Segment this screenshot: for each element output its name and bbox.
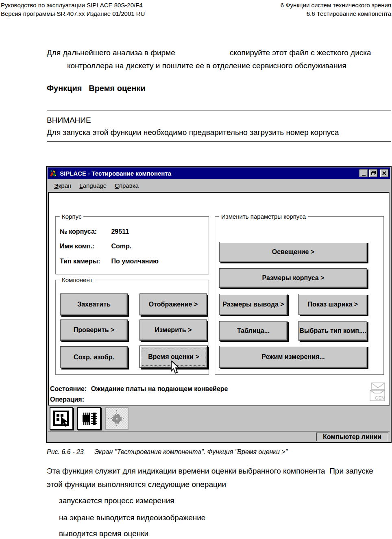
figure-caption-text: Экран "Тестирование компонента". Функция… [94,448,287,456]
page-header-right: 6 Функции систем технического зрения 6.6… [281,1,391,18]
close-button[interactable] [380,169,389,177]
capture-button[interactable]: Захватить [60,293,128,315]
korpus-number-row: № корпуса: 29511 [60,228,129,235]
manual-page: Руководство по эксплуатации SIPLACE 80S-… [0,0,392,539]
camera-type-label: Тип камеры: [60,258,109,265]
menu-ekran[interactable]: Экран [50,181,75,190]
minimize-button[interactable] [359,169,368,177]
minimize-icon [362,175,366,176]
state-value: Ожидание платы на подающем конвейере [91,385,228,392]
line-computer-panel: Компьютер линии [316,433,388,441]
close-icon [382,171,387,175]
intro-line1-left: Для дальнейшего анализа в фирме [47,48,175,57]
list-item: запускается процесс измерения [59,496,174,505]
component-group-label: Компонент [60,276,95,283]
table-button[interactable]: Таблица... [219,321,287,341]
header-title: Руководство по эксплуатации SIPLACE 80S-… [1,1,145,9]
mouse-cursor-icon [170,361,181,375]
figure-caption-label: Рис. 6.6 - 23 [47,448,84,456]
component-groupbox: Компонент Захватить Отображение > Провер… [55,280,209,375]
intro-line2: контроллера на дискету и пошлите ее в от… [67,61,346,70]
siplace-dialog-window: SIPLACE - Тестирование компонента Экран … [46,166,392,443]
menu-spravka[interactable]: Справка [111,181,143,190]
client-area: Корпус № корпуса: 29511 Имя комп.: Comp.… [48,192,390,406]
components-icon [81,410,98,427]
select-comp-type-button[interactable]: Выбрать тип комп.... [298,321,367,341]
header-section: 6.6 Тестирование компонента [281,9,391,18]
toolbar [48,406,390,431]
lighting-button[interactable]: Освещение > [219,242,367,262]
svg-text:GEM: GEM [375,396,385,400]
check-button[interactable]: Проверить > [60,319,128,341]
state-label: Состояние: [50,385,87,392]
operation-label: Операция: [50,396,84,403]
display-button[interactable]: Отображение > [139,293,207,315]
app-icon [49,169,57,178]
warning-rule-bottom [47,141,391,142]
header-chapter: 6 Функции систем технического зрения [281,1,391,9]
component-name-row: Имя комп.: Comp. [60,243,131,250]
params-group-label: Изменить параметры корпуса [219,213,308,220]
list-item: на экране выводится видеоизображение [59,513,205,522]
params-groupbox: Изменить параметры корпуса Освещение > Р… [215,216,384,375]
components-button[interactable] [77,407,101,430]
korpus-number-value: 29511 [111,228,129,235]
select-component-button[interactable] [50,407,73,430]
restore-icon [371,171,376,176]
korpus-groupbox: Корпус № корпуса: 29511 Имя комп.: Comp.… [55,216,209,274]
ball-display-button[interactable]: Показ шарика > [298,294,367,315]
korpus-dimensions-button[interactable]: Размеры корпуса > [219,268,367,288]
list-item: выводится время оценки [59,529,148,538]
measure-position-button [105,407,128,430]
measure-mode-button[interactable]: Режим измерения... [219,346,367,368]
gem-envelope-icon: GEM [369,382,386,402]
title-bar[interactable]: SIPLACE - Тестирование компонента [48,167,390,179]
operation-line: Операция: [50,396,84,403]
korpus-number-label: № корпуса: [60,228,109,235]
warning-text: Для запуска этой функции необходимо пред… [47,128,339,137]
measure-position-icon [108,410,126,428]
state-line: Состояние: Ожидание платы на подающем ко… [50,385,228,393]
menu-bar: Экран Language Справка [48,179,390,192]
measure-button[interactable]: Измерить > [139,319,207,341]
korpus-group-label: Корпус [60,213,83,220]
component-name-value: Comp. [111,243,131,250]
body-paragraph-line2: этой функции выполняются следующие опера… [47,480,226,489]
section-heading: Функция Время оценки [47,84,146,93]
restore-button[interactable] [369,169,378,177]
select-component-icon [53,410,70,427]
status-bar: Компьютер линии [48,431,390,442]
save-image-button[interactable]: Сохр. изобр. [60,346,128,368]
menu-language[interactable]: Language [75,181,111,190]
header-version: Версия программы SR.407.xx Издание 01/20… [1,9,145,18]
warning-rule-top [47,111,391,111]
camera-type-row: Тип камеры: По умолчанию [60,258,159,265]
body-paragraph-line1: Эта функция служит для индикации времени… [47,467,373,476]
component-name-label: Имя комп.: [60,243,109,250]
camera-type-value: По умолчанию [111,258,159,265]
warning-title: ВНИМАНИЕ [47,116,91,125]
window-title: SIPLACE - Тестирование компонента [60,170,358,177]
intro-line1-right: скопируйте этот файл с жесткого диска [230,48,371,57]
page-header-left: Руководство по эксплуатации SIPLACE 80S-… [1,1,145,18]
lead-dimensions-button[interactable]: Размеры вывода > [219,294,287,315]
